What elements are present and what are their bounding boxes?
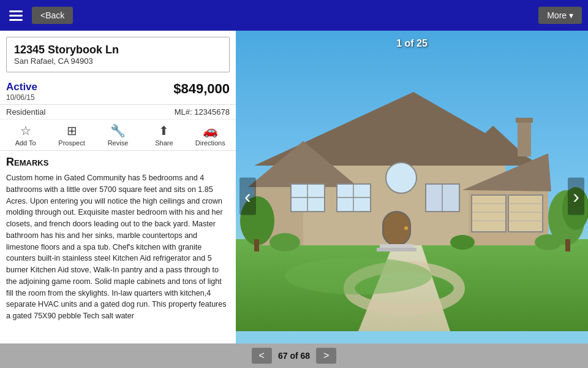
address-box: 12345 Storybook Ln San Rafael, CA 94903 — [6, 37, 230, 72]
action-bar: ☆ Add To ⊞ Prospect 🔧 Revise ⬆ Share 🚗 D… — [0, 120, 236, 151]
car-icon: 🚗 — [203, 123, 218, 138]
prospect-icon: ⊞ — [67, 123, 77, 138]
price-label: $849,000 — [173, 81, 230, 97]
add-to-label: Add To — [15, 139, 36, 147]
svg-rect-12 — [518, 120, 531, 156]
prospect-label: Prospect — [58, 139, 85, 147]
pagination-next-button[interactable]: > — [316, 348, 336, 364]
status-group: Active 10/06/15 — [6, 81, 37, 102]
header: <Back More ▾ — [0, 0, 588, 31]
share-icon: ⬆ — [159, 123, 169, 138]
revise-label: Revise — [108, 139, 129, 147]
house-photo — [236, 31, 588, 331]
svg-point-41 — [450, 235, 475, 250]
left-panel: 12345 Storybook Ln San Rafael, CA 94903 … — [0, 31, 236, 362]
svg-rect-24 — [508, 195, 543, 232]
back-button[interactable]: <Back — [32, 7, 73, 24]
hamburger-button[interactable] — [6, 7, 26, 24]
status-price-row: Active 10/06/15 $849,000 — [0, 79, 236, 105]
revise-button[interactable]: 🔧 Revise — [101, 123, 135, 147]
remarks-title: Remarks — [6, 156, 230, 169]
address-city: San Rafael, CA 94903 — [14, 56, 222, 66]
pagination-prev-button[interactable]: < — [252, 348, 272, 364]
svg-rect-38 — [254, 239, 259, 251]
address-street: 12345 Storybook Ln — [14, 44, 222, 56]
wrench-icon: 🔧 — [110, 123, 126, 138]
type-ml-row: Residential ML#: 12345678 — [0, 105, 236, 120]
directions-label: Directions — [195, 139, 225, 147]
add-to-button[interactable]: ☆ Add To — [9, 123, 42, 147]
share-button[interactable]: ⬆ Share — [147, 123, 181, 147]
svg-rect-39 — [565, 239, 570, 251]
page-indicator: 67 of 68 — [278, 351, 310, 361]
svg-point-40 — [270, 233, 300, 251]
photo-counter: 1 of 25 — [396, 38, 428, 49]
remarks-text: Custom home in Gated Community has 5 bed… — [6, 172, 230, 322]
svg-point-42 — [535, 234, 562, 250]
status-label: Active — [6, 81, 37, 93]
svg-point-43 — [285, 258, 432, 294]
directions-button[interactable]: 🚗 Directions — [194, 123, 227, 147]
photo-panel: 1 of 25 ‹ › — [236, 31, 588, 362]
photo-next-button[interactable]: › — [568, 178, 584, 215]
more-button[interactable]: More ▾ — [538, 7, 582, 24]
main-content: 12345 Storybook Ln San Rafael, CA 94903 … — [0, 31, 588, 362]
svg-rect-13 — [516, 118, 533, 123]
star-icon: ☆ — [20, 123, 31, 138]
prospect-button[interactable]: ⊞ Prospect — [55, 123, 89, 147]
svg-rect-34 — [377, 248, 417, 251]
svg-rect-33 — [380, 244, 413, 248]
svg-rect-20 — [386, 163, 417, 193]
svg-rect-23 — [472, 195, 506, 232]
status-date: 10/06/15 — [6, 93, 37, 102]
property-type: Residential — [6, 107, 45, 117]
share-label: Share — [155, 139, 173, 147]
ml-number: ML#: 12345678 — [175, 107, 230, 117]
svg-point-32 — [404, 226, 408, 230]
remarks-section: Remarks Custom home in Gated Community h… — [0, 151, 236, 362]
photo-prev-button[interactable]: ‹ — [239, 178, 256, 215]
footer-pagination: < 67 of 68 > — [0, 343, 588, 368]
